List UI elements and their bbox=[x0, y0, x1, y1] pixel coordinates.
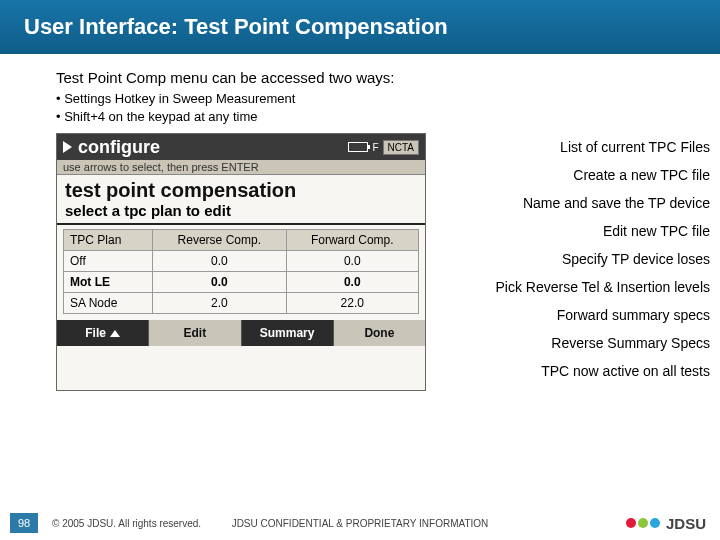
slide-footer: 98 © 2005 JDSU. All rights reserved. JDS… bbox=[0, 506, 720, 540]
device-subheading: select a tpc plan to edit bbox=[57, 202, 425, 225]
logo-dot-icon bbox=[626, 518, 636, 528]
cell-plan: Mot LE bbox=[64, 272, 153, 293]
table-row[interactable]: Off 0.0 0.0 bbox=[64, 251, 419, 272]
device-heading: test point compensation bbox=[57, 175, 425, 202]
softkey-edit[interactable]: Edit bbox=[149, 320, 241, 346]
annotation-item: List of current TPC Files bbox=[436, 139, 710, 155]
device-mode: configure bbox=[78, 137, 160, 158]
cell-fwd: 0.0 bbox=[286, 272, 418, 293]
col-reverse: Reverse Comp. bbox=[153, 230, 286, 251]
slide-title-text: User Interface: Test Point Compensation bbox=[24, 14, 448, 40]
annotation-item: Reverse Summary Specs bbox=[436, 335, 710, 351]
annotation-item: Specify TP device loses bbox=[436, 251, 710, 267]
triangle-icon bbox=[63, 141, 72, 153]
annotation-item: Create a new TPC file bbox=[436, 167, 710, 183]
annotation-item: Forward summary specs bbox=[436, 307, 710, 323]
cell-rev: 0.0 bbox=[153, 272, 286, 293]
col-forward: Forward Comp. bbox=[286, 230, 418, 251]
annotation-item: Edit new TPC file bbox=[436, 223, 710, 239]
device-top-bar: configure F NCTA bbox=[57, 134, 425, 160]
brand-text: JDSU bbox=[666, 515, 706, 532]
brand-logo: JDSU bbox=[626, 515, 706, 532]
cell-plan: Off bbox=[64, 251, 153, 272]
battery-label: F bbox=[372, 142, 378, 153]
logo-dot-icon bbox=[650, 518, 660, 528]
device-screenshot: configure F NCTA use arrows to select, t… bbox=[56, 133, 426, 391]
cell-rev: 2.0 bbox=[153, 293, 286, 314]
table-row[interactable]: Mot LE 0.0 0.0 bbox=[64, 272, 419, 293]
softkey-file[interactable]: File bbox=[57, 320, 149, 346]
cell-fwd: 22.0 bbox=[286, 293, 418, 314]
logo-dot-icon bbox=[638, 518, 648, 528]
confidential-text: JDSU CONFIDENTIAL & PROPRIETARY INFORMAT… bbox=[232, 518, 489, 529]
chevron-up-icon bbox=[110, 330, 120, 337]
profile-badge: NCTA bbox=[383, 140, 419, 155]
intro-block: Test Point Comp menu can be accessed two… bbox=[0, 54, 720, 133]
annotation-item: Pick Reverse Tel & Insertion levels bbox=[436, 279, 710, 295]
annotation-item: Name and save the TP device bbox=[436, 195, 710, 211]
device-hint: use arrows to select, then press ENTER bbox=[57, 160, 425, 175]
col-plan: TPC Plan bbox=[64, 230, 153, 251]
device-status: F NCTA bbox=[348, 140, 419, 155]
cell-rev: 0.0 bbox=[153, 251, 286, 272]
page-number: 98 bbox=[10, 513, 38, 533]
cell-fwd: 0.0 bbox=[286, 251, 418, 272]
battery-icon bbox=[348, 142, 368, 152]
tpc-table: TPC Plan Reverse Comp. Forward Comp. Off… bbox=[63, 229, 419, 314]
softkey-done[interactable]: Done bbox=[334, 320, 425, 346]
intro-bullets: • Settings Hotkey in Sweep Measurement •… bbox=[56, 90, 720, 125]
cell-plan: SA Node bbox=[64, 293, 153, 314]
copyright: © 2005 JDSU. All rights reserved. bbox=[52, 518, 201, 529]
softkey-bar: File Edit Summary Done bbox=[57, 320, 425, 346]
bullet-2: • Shift+4 on the keypad at any time bbox=[56, 108, 720, 126]
table-header-row: TPC Plan Reverse Comp. Forward Comp. bbox=[64, 230, 419, 251]
annotation-item: TPC now active on all tests bbox=[436, 363, 710, 379]
slide-title: User Interface: Test Point Compensation bbox=[0, 0, 720, 54]
bullet-1: • Settings Hotkey in Sweep Measurement bbox=[56, 90, 720, 108]
softkey-summary[interactable]: Summary bbox=[242, 320, 334, 346]
intro-line: Test Point Comp menu can be accessed two… bbox=[56, 68, 720, 88]
table-row[interactable]: SA Node 2.0 22.0 bbox=[64, 293, 419, 314]
annotation-list: List of current TPC Files Create a new T… bbox=[426, 133, 720, 391]
